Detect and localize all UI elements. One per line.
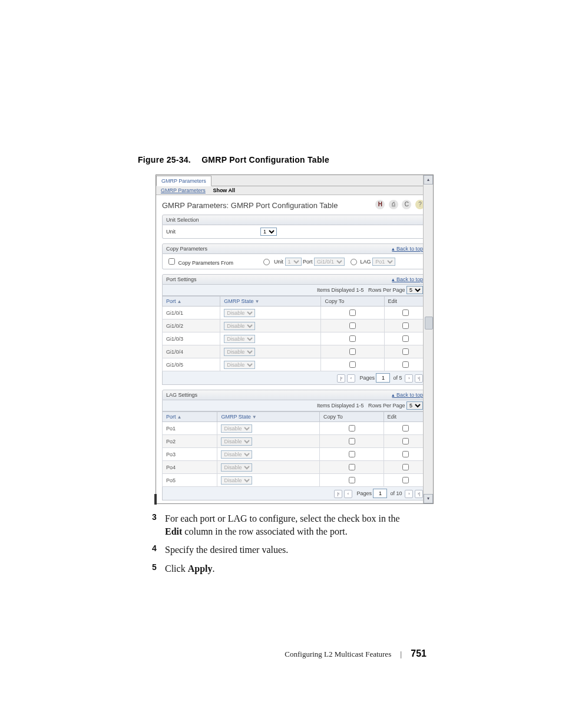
edit-checkbox[interactable] (402, 348, 409, 355)
cell-state: Disable (220, 358, 321, 371)
edit-checkbox[interactable] (402, 425, 409, 431)
instruction-number: 4 (152, 543, 157, 553)
lag-col-state[interactable]: GMRP State▼ (217, 412, 320, 422)
copy-lag-select[interactable]: Po1 (372, 258, 395, 266)
copyto-checkbox[interactable] (349, 309, 356, 316)
lag-pages-label: Pages (356, 490, 372, 496)
table-row: Gi1/0/4Disable (163, 345, 427, 358)
cell-edit (384, 319, 427, 332)
pager-next-icon[interactable]: › (405, 490, 413, 498)
state-select[interactable]: Disable (224, 361, 255, 369)
copy-parameters-title: Copy Parameters (166, 246, 207, 252)
copyto-checkbox[interactable] (349, 464, 355, 470)
back-to-top-link[interactable]: Back to top (392, 276, 423, 282)
back-to-top-link[interactable]: Back to top (392, 392, 423, 398)
breadcrumb-link[interactable]: GMRP Parameters (161, 187, 206, 193)
print-icon[interactable]: ⎙ (389, 200, 398, 209)
copyto-checkbox[interactable] (349, 348, 356, 355)
breadcrumb-active: Show All (213, 187, 235, 193)
footer-page-number: 751 (411, 648, 427, 658)
edit-checkbox[interactable] (402, 438, 409, 444)
state-select[interactable]: Disable (224, 322, 255, 330)
copy-port-select[interactable]: Gi1/0/1 (314, 258, 345, 266)
cell-copyto (321, 319, 384, 332)
unit-label: Unit (166, 229, 260, 235)
cell-copyto (321, 358, 384, 371)
edit-checkbox[interactable] (402, 361, 409, 368)
cell-port: Po5 (163, 474, 217, 487)
pager-last-icon[interactable]: ›| (415, 374, 423, 383)
copy-parameters-body: Copy Parameters From Unit 1 Port Gi1/0/1… (162, 254, 427, 269)
refresh-icon[interactable]: C (402, 200, 411, 209)
copyto-checkbox[interactable] (349, 322, 356, 329)
cell-edit (384, 448, 427, 461)
table-row: Po5Disable (163, 474, 427, 487)
copy-from-checkbox[interactable] (168, 258, 175, 265)
cell-port: Gi1/0/1 (163, 307, 220, 319)
port-rpp-select[interactable]: 5 (406, 286, 423, 294)
state-select[interactable]: Disable (221, 450, 252, 459)
edit-checkbox[interactable] (402, 322, 409, 329)
copyto-checkbox[interactable] (349, 477, 355, 483)
sort-icon: ▼ (255, 299, 260, 304)
scroll-down-icon[interactable]: ▾ (424, 494, 433, 503)
unit-select[interactable]: 1 (260, 228, 277, 236)
port-settings-header: Port Settings Back to top (162, 274, 427, 285)
pager-last-icon[interactable]: ›| (415, 490, 423, 498)
lag-rpp-label: Rows Per Page (368, 403, 405, 409)
lag-settings-header: LAG Settings Back to top (162, 390, 427, 400)
port-page-input[interactable] (376, 373, 390, 383)
pager-prev-icon[interactable]: ‹ (344, 490, 352, 498)
copyto-checkbox[interactable] (349, 335, 356, 342)
lag-page-input[interactable] (373, 489, 387, 498)
copyto-checkbox[interactable] (349, 451, 355, 457)
sort-icon: ▼ (252, 414, 257, 420)
copy-unit-radio[interactable] (263, 259, 270, 265)
state-select[interactable]: Disable (221, 476, 252, 485)
copyto-checkbox[interactable] (349, 438, 355, 444)
lag-items-row: Items Displayed 1-5 Rows Per Page 5 (162, 400, 427, 411)
lag-items-displayed: Items Displayed 1-5 (317, 403, 364, 409)
cell-edit (384, 422, 427, 435)
tab-gmrp-parameters[interactable]: GMRP Parameters (156, 176, 211, 186)
page-footer: Configuring L2 Multicast Features | 751 (0, 648, 562, 659)
state-select[interactable]: Disable (221, 463, 252, 472)
state-select[interactable]: Disable (221, 437, 252, 446)
scroll-up-icon[interactable]: ▴ (424, 175, 433, 185)
port-col-port[interactable]: Port▲ (163, 297, 220, 307)
copyto-checkbox[interactable] (349, 361, 356, 368)
edit-checkbox[interactable] (402, 335, 409, 342)
scrollbar[interactable]: ▴ ▾ (423, 175, 433, 503)
state-select[interactable]: Disable (224, 348, 255, 356)
edit-checkbox[interactable] (402, 451, 409, 457)
edit-checkbox[interactable] (402, 477, 409, 483)
cell-copyto (321, 332, 384, 345)
cell-copyto (321, 307, 384, 319)
scroll-thumb[interactable] (425, 317, 433, 330)
lag-col-copyto: Copy To (319, 412, 384, 422)
state-select[interactable]: Disable (224, 335, 255, 343)
save-icon[interactable]: H (375, 200, 385, 209)
figure-title: GMRP Port Configuration Table (201, 155, 329, 164)
edit-checkbox[interactable] (402, 464, 409, 470)
copy-lag-radio[interactable] (351, 259, 357, 265)
copyto-checkbox[interactable] (349, 425, 355, 431)
pager-prev-icon[interactable]: ‹ (347, 374, 355, 383)
state-select[interactable]: Disable (221, 424, 252, 433)
cell-copyto (319, 461, 384, 474)
copy-unit-select[interactable]: 1 (285, 258, 302, 266)
cell-copyto (319, 422, 384, 435)
pager-first-icon[interactable]: |‹ (334, 490, 342, 498)
port-of-label: of 5 (393, 375, 402, 381)
pager-next-icon[interactable]: › (405, 374, 413, 383)
lag-rpp-select[interactable]: 5 (406, 401, 423, 410)
back-to-top-link[interactable]: Back to top (392, 246, 423, 252)
port-rpp-label: Rows Per Page (368, 287, 405, 293)
cell-edit (384, 474, 427, 487)
state-select[interactable]: Disable (224, 309, 255, 317)
lag-col-port[interactable]: Port▲ (163, 412, 217, 422)
edit-checkbox[interactable] (402, 309, 409, 316)
pager-first-icon[interactable]: |‹ (337, 374, 345, 383)
port-col-state[interactable]: GMRP State▼ (220, 297, 321, 307)
cell-copyto (321, 345, 384, 358)
